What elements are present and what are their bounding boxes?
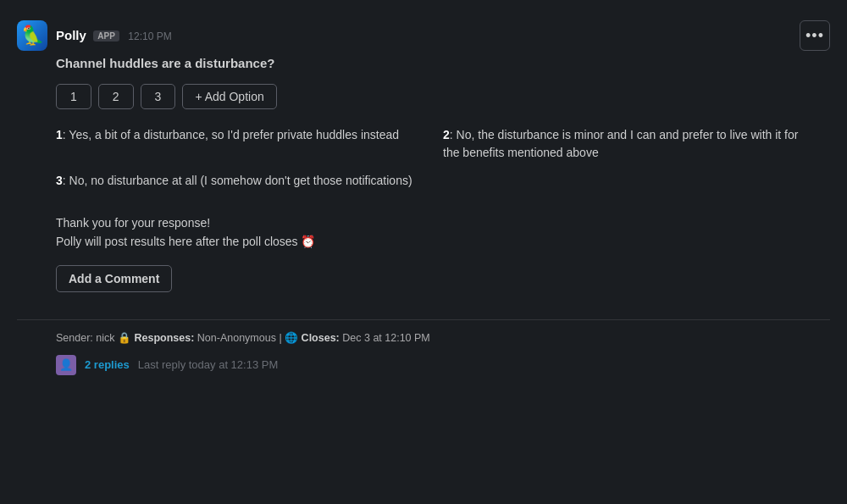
closes-label: Closes: bbox=[302, 332, 340, 344]
sender-label: Sender: bbox=[56, 332, 93, 344]
add-comment-button[interactable]: Add a Comment bbox=[56, 265, 172, 292]
app-icon: 🦜 bbox=[17, 20, 47, 51]
replies-timestamp: Last reply today at 12:13 PM bbox=[138, 358, 278, 371]
poll-question: Channel huddles are a disturbance? bbox=[56, 56, 830, 70]
answers-grid: 1: Yes, a bit of a disturbance, so I'd p… bbox=[56, 126, 830, 200]
avatar: 👤 bbox=[56, 355, 76, 375]
option-button-2[interactable]: 2 bbox=[98, 84, 134, 109]
responses-value: Non-Anonymous bbox=[197, 332, 276, 344]
message-container: 🦜 Polly APP 12:10 PM ••• Channel huddles… bbox=[17, 7, 830, 389]
answer-text-1: : Yes, a bit of a disturbance, so I'd pr… bbox=[63, 128, 399, 141]
message-header: 🦜 Polly APP 12:10 PM ••• bbox=[17, 20, 830, 51]
answer-text-3: : No, no disturbance at all (I somehow d… bbox=[63, 174, 412, 187]
footer-info: Sender: nick 🔒 Responses: Non-Anonymous … bbox=[56, 330, 830, 346]
closes-value: Dec 3 at 12:10 PM bbox=[342, 332, 430, 344]
more-options-button[interactable]: ••• bbox=[800, 20, 830, 51]
answer-item-3: 3: No, no disturbance at all (I somehow … bbox=[56, 172, 443, 190]
globe-icon: | 🌐 bbox=[279, 332, 301, 344]
app-name: Polly bbox=[56, 28, 86, 42]
message-timestamp: 12:10 PM bbox=[128, 30, 171, 42]
app-name-area: Polly APP 12:10 PM bbox=[56, 28, 172, 43]
poll-question-text: Channel huddles are a disturbance? bbox=[56, 56, 274, 70]
replies-link[interactable]: 2 replies bbox=[85, 358, 130, 371]
option-button-1[interactable]: 1 bbox=[56, 84, 91, 109]
answer-number-3: 3 bbox=[56, 174, 63, 187]
avatar-icon: 👤 bbox=[59, 358, 73, 371]
responses-label: Responses: bbox=[134, 332, 194, 344]
app-badge: APP bbox=[93, 30, 119, 42]
thank-you-text: Thank you for your response! Polly will … bbox=[56, 213, 830, 252]
section-divider bbox=[17, 319, 830, 320]
thank-you-line1: Thank you for your response! bbox=[56, 216, 210, 230]
add-option-button[interactable]: + Add Option bbox=[182, 84, 276, 109]
answer-text-2: : No, the disturbance is minor and I can… bbox=[443, 128, 798, 159]
thank-you-line2: Polly will post results here after the p… bbox=[56, 235, 315, 248]
options-row: 1 2 3 + Add Option bbox=[56, 84, 830, 109]
header-left: 🦜 Polly APP 12:10 PM bbox=[17, 20, 172, 51]
lock-icon: 🔒 bbox=[118, 332, 134, 344]
answer-number-1: 1 bbox=[56, 128, 63, 141]
replies-row: 👤 2 replies Last reply today at 12:13 PM bbox=[56, 355, 830, 375]
answer-item-1: 1: Yes, a bit of a disturbance, so I'd p… bbox=[56, 126, 443, 162]
option-button-3[interactable]: 3 bbox=[141, 84, 176, 109]
answer-item-2: 2: No, the disturbance is minor and I ca… bbox=[443, 126, 830, 162]
sender-value: nick bbox=[96, 332, 114, 344]
answer-number-2: 2 bbox=[443, 128, 450, 141]
